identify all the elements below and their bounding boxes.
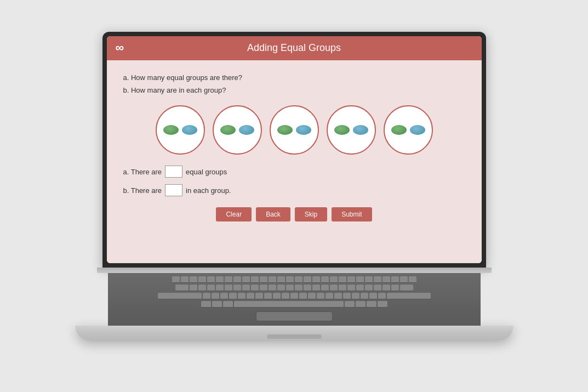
skip-button[interactable]: Skip	[295, 207, 327, 221]
answer-b-suffix: in each group.	[186, 186, 231, 195]
key	[223, 301, 233, 308]
key	[175, 285, 189, 291]
key	[277, 285, 285, 291]
laptop-hinge	[97, 268, 492, 273]
key	[299, 293, 307, 299]
key	[286, 276, 294, 283]
key	[304, 276, 311, 283]
key	[378, 293, 386, 299]
oval-blue-2	[239, 125, 254, 135]
oval-blue-4	[353, 125, 368, 135]
key	[365, 285, 373, 291]
key	[225, 276, 232, 283]
key	[212, 293, 219, 299]
key	[277, 276, 285, 283]
oval-blue-5	[410, 125, 425, 135]
key	[201, 301, 211, 308]
clear-button[interactable]: Clear	[216, 207, 252, 221]
key	[409, 276, 416, 283]
key	[361, 293, 368, 299]
key	[326, 293, 333, 299]
answer-a-prefix: a. There are	[123, 168, 162, 176]
oval-green-2	[220, 125, 236, 135]
key	[330, 276, 338, 283]
laptop-screen-inner: ∞ Adding Equal Groups a. How many equal …	[107, 36, 482, 263]
key	[216, 276, 224, 283]
key-row-1	[113, 276, 475, 283]
key	[207, 276, 215, 283]
key	[367, 301, 376, 308]
key	[269, 285, 276, 291]
app-content: a. How many equal groups are there? b. H…	[107, 60, 482, 263]
key	[321, 276, 329, 283]
key	[356, 276, 364, 283]
key	[247, 293, 254, 299]
key	[273, 293, 281, 299]
key	[339, 276, 346, 283]
key	[356, 285, 364, 291]
key	[260, 285, 267, 291]
app-logo: ∞	[116, 42, 124, 54]
key	[242, 285, 250, 291]
key	[330, 285, 338, 291]
key	[312, 285, 320, 291]
key	[212, 301, 222, 308]
key	[181, 276, 189, 283]
key	[352, 293, 359, 299]
key	[290, 293, 298, 299]
answer-a-input[interactable]	[165, 166, 182, 178]
key	[251, 276, 259, 283]
key	[260, 276, 267, 283]
key	[255, 293, 263, 299]
laptop-screen-outer: ∞ Adding Equal Groups a. How many equal …	[102, 32, 486, 268]
key	[242, 276, 250, 283]
key	[207, 285, 215, 291]
spacebar-key	[234, 301, 344, 308]
answer-b-input[interactable]	[165, 184, 182, 196]
scene: ∞ Adding Equal Groups a. How many equal …	[59, 32, 530, 361]
key	[220, 293, 228, 299]
oval-green-5	[391, 125, 407, 135]
circle-2	[213, 105, 262, 155]
key	[400, 276, 408, 283]
key	[391, 285, 399, 291]
question-b: b. How many are in each group?	[123, 84, 465, 96]
circles-row	[123, 105, 465, 155]
key	[400, 285, 413, 291]
key	[365, 276, 373, 283]
key	[374, 285, 381, 291]
submit-button[interactable]: Submit	[332, 207, 372, 221]
key-row-3	[113, 293, 475, 299]
key	[295, 285, 302, 291]
key	[383, 276, 390, 283]
answer-row-a: a. There are equal groups	[123, 166, 465, 178]
key	[295, 276, 302, 283]
key	[347, 285, 355, 291]
key	[356, 301, 366, 308]
oval-green-3	[277, 125, 293, 135]
key	[216, 285, 224, 291]
key	[334, 293, 342, 299]
key	[347, 276, 355, 283]
key	[269, 276, 276, 283]
key	[190, 285, 197, 291]
key	[238, 293, 246, 299]
key-row-space	[113, 301, 475, 308]
key	[343, 293, 351, 299]
oval-green-1	[163, 125, 179, 135]
key	[312, 276, 320, 283]
key	[233, 276, 241, 283]
answer-a-suffix: equal groups	[186, 168, 227, 176]
key	[190, 276, 197, 283]
key	[172, 276, 180, 283]
back-button[interactable]: Back	[256, 207, 290, 221]
key-row-2	[113, 285, 475, 291]
circle-4	[327, 105, 376, 155]
key	[383, 285, 390, 291]
trackpad	[256, 311, 333, 321]
key	[251, 285, 259, 291]
key	[282, 293, 289, 299]
key	[158, 293, 202, 299]
answer-section: a. There are equal groups b. There are i…	[123, 166, 465, 196]
key	[321, 285, 329, 291]
